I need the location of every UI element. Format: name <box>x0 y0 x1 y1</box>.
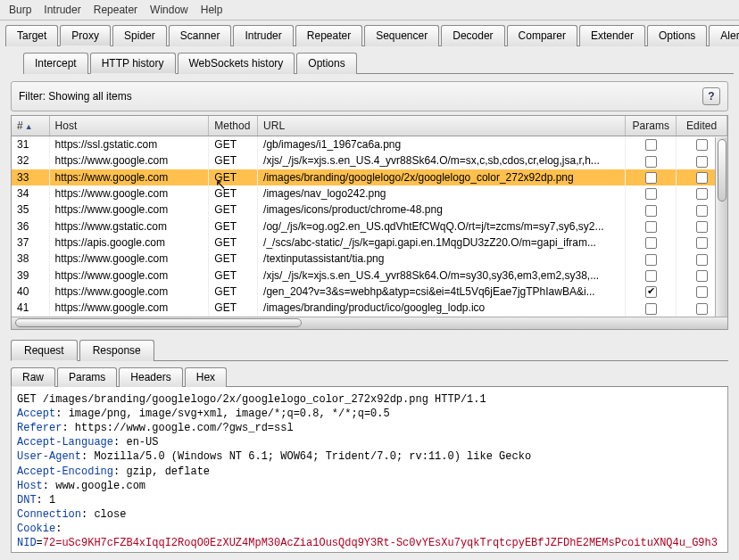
menu-help[interactable]: Help <box>201 4 223 16</box>
params-checkbox <box>645 205 657 217</box>
tab-proxy[interactable]: Proxy <box>60 25 111 46</box>
reqtab-response[interactable]: Response <box>79 340 154 361</box>
menu-repeater[interactable]: Repeater <box>94 4 137 16</box>
table-row[interactable]: 31https://ssl.gstatic.comGET/gb/images/i… <box>12 136 727 153</box>
params-checkbox <box>645 172 657 184</box>
sub-tabs: InterceptHTTP historyWebSockets historyO… <box>23 52 734 74</box>
tab-repeater[interactable]: Repeater <box>295 25 362 46</box>
col-header-method[interactable]: Method <box>209 116 258 136</box>
history-table: #▲ Host Method URL Params Edited 31https… <box>11 115 728 330</box>
col-header-host[interactable]: Host <box>49 116 209 136</box>
tab-sequencer[interactable]: Sequencer <box>364 25 439 46</box>
tab-alerts[interactable]: Alerts <box>709 25 739 46</box>
main-tabs: TargetProxySpiderScannerIntruderRepeater… <box>5 24 734 46</box>
tab-comparer[interactable]: Comparer <box>507 25 577 46</box>
horizontal-scrollbar[interactable] <box>12 317 727 329</box>
subtab-websockets-history[interactable]: WebSockets history <box>178 53 295 74</box>
table-row[interactable]: 34https://www.google.comGET/images/nav_l… <box>12 185 727 202</box>
filter-text: Filter: Showing all items <box>19 90 132 103</box>
edited-checkbox <box>696 188 708 200</box>
viewtab-hex[interactable]: Hex <box>185 367 227 387</box>
table-row[interactable]: 32https://www.google.comGET/xjs/_/js/k=x… <box>12 152 727 169</box>
edited-checkbox <box>696 286 708 298</box>
table-row[interactable]: 36https://www.gstatic.comGET/og/_/js/k=o… <box>12 218 727 235</box>
tab-decoder[interactable]: Decoder <box>441 25 504 46</box>
menubar[interactable]: BurpIntruderRepeaterWindowHelp <box>0 0 739 21</box>
table-row[interactable]: 39https://www.google.comGET/xjs/_/js/k=x… <box>12 268 727 284</box>
edited-checkbox <box>696 254 708 266</box>
col-header-params[interactable]: Params <box>626 116 677 136</box>
params-checkbox <box>645 237 657 249</box>
edited-checkbox <box>696 139 708 151</box>
table-row[interactable]: 40https://www.google.comGET/gen_204?v=3&… <box>12 284 727 300</box>
table-row[interactable]: 38https://www.google.comGET/textinputass… <box>12 251 727 267</box>
viewtab-raw[interactable]: Raw <box>11 367 55 387</box>
vertical-scrollbar[interactable] <box>715 137 727 317</box>
params-checkbox <box>645 254 657 266</box>
subtab-http-history[interactable]: HTTP history <box>90 53 176 74</box>
col-header-number[interactable]: #▲ <box>12 116 49 136</box>
menu-burp[interactable]: Burp <box>9 4 31 16</box>
edited-checkbox <box>696 303 708 315</box>
table-row[interactable]: 33https://www.google.comGET/images/brand… <box>12 169 727 185</box>
params-checkbox <box>645 286 657 298</box>
filter-bar[interactable]: Filter: Showing all items ? <box>11 81 728 111</box>
menu-window[interactable]: Window <box>150 4 188 16</box>
viewtab-params[interactable]: Params <box>57 367 117 387</box>
params-checkbox <box>645 221 657 233</box>
tab-target[interactable]: Target <box>5 25 58 46</box>
tab-scanner[interactable]: Scanner <box>169 25 232 46</box>
edited-checkbox <box>696 221 708 233</box>
tab-spider[interactable]: Spider <box>112 25 167 46</box>
edited-checkbox <box>696 172 708 184</box>
help-icon[interactable]: ? <box>702 87 720 105</box>
edited-checkbox <box>696 237 708 249</box>
reqtab-request[interactable]: Request <box>11 340 78 361</box>
raw-request-pane[interactable]: GET /images/branding/googlelogo/2x/googl… <box>11 387 728 553</box>
table-row[interactable]: 37https://apis.google.comGET/_/scs/abc-s… <box>12 235 727 251</box>
viewtab-headers[interactable]: Headers <box>119 367 182 387</box>
subtab-intercept[interactable]: Intercept <box>23 53 88 74</box>
col-header-url[interactable]: URL <box>258 116 626 136</box>
params-checkbox <box>645 270 657 282</box>
edited-checkbox <box>696 270 708 282</box>
params-checkbox <box>645 303 657 315</box>
subtab-options[interactable]: Options <box>296 53 356 74</box>
menu-intruder[interactable]: Intruder <box>44 4 80 16</box>
edited-checkbox <box>696 156 708 168</box>
params-checkbox <box>645 156 657 168</box>
params-checkbox <box>645 139 657 151</box>
edited-checkbox <box>696 205 708 217</box>
col-header-edited[interactable]: Edited <box>677 116 727 136</box>
tab-extender[interactable]: Extender <box>579 25 645 46</box>
table-row[interactable]: 41https://www.google.comGET/images/brand… <box>12 300 727 316</box>
params-checkbox <box>645 188 657 200</box>
table-row[interactable]: 35https://www.google.comGET/images/icons… <box>12 202 727 218</box>
view-tabs: RawParamsHeadersHex <box>11 366 728 387</box>
tab-intruder[interactable]: Intruder <box>233 25 293 46</box>
tab-options[interactable]: Options <box>647 25 707 46</box>
request-response-tabs: RequestResponse <box>11 339 728 361</box>
